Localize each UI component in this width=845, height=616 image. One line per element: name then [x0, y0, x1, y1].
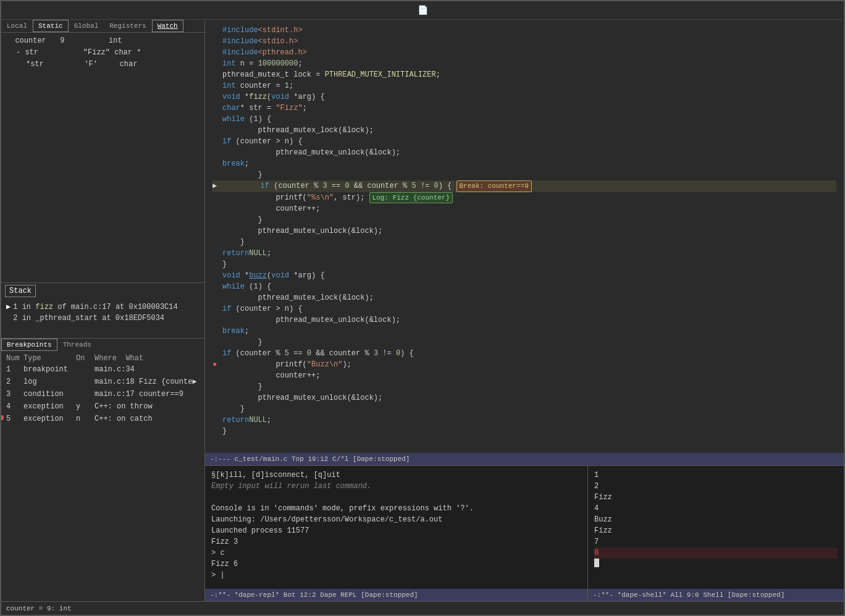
bp-indicator-dot	[1, 415, 4, 420]
tab-local[interactable]: Local	[1, 20, 33, 32]
var-value-str: "Fizz"	[65, 48, 110, 58]
var-name-str-ptr: *str	[26, 59, 75, 70]
bp-type-3: condition	[23, 389, 76, 400]
bp-type-1: breakpoint	[23, 364, 76, 375]
code-line: }	[212, 169, 836, 180]
number: NULL	[249, 248, 267, 259]
code-line: pthread_mutex_unlock(&lock);	[212, 147, 836, 158]
var-value-str-ptr: 'F'	[75, 59, 106, 70]
var-name-counter: counter	[6, 36, 56, 46]
log-badge: Log: Fizz {counter}	[369, 192, 453, 204]
number: 0	[396, 348, 400, 359]
include-str: <pthread.h>	[258, 47, 307, 58]
code-line: return NULL;	[212, 415, 836, 426]
keyword: if	[222, 303, 231, 314]
bp-on-4: y	[76, 401, 95, 412]
console-line-fizz6: Fizz 6	[211, 559, 581, 570]
bp-where-4: C++: on throw	[95, 401, 200, 412]
bp-num-5: 5	[6, 413, 23, 424]
bp-type-5: exception	[23, 413, 76, 424]
console-panel: §[k]ill, [d]isconnect, [q]uit Empty inpu…	[205, 466, 588, 601]
bp-row-4: 4 exception y C++: on throw	[6, 400, 200, 413]
stack-row-2: ▶ 2 in _pthread_start at 0x18EDF5034	[6, 313, 200, 324]
console-line-blank	[211, 492, 581, 503]
output-line-8: 8	[594, 547, 838, 559]
macro: PTHREAD_MUTEX_INITIALIZER	[325, 69, 436, 80]
bp-on-2	[76, 376, 95, 387]
console-content[interactable]: §[k]ill, [d]isconnect, [q]uit Empty inpu…	[205, 466, 587, 589]
code-if-condition: if (counter % 3 == 0 && counter % 5 != 0…	[225, 180, 456, 192]
stack-text-1: 1 in fizz of main.c:17 at 0x100003C14	[13, 302, 177, 313]
tab-threads[interactable]: Threads	[57, 339, 97, 351]
breakpoints-table: Num Type On Where What 1 breakpoint main…	[1, 351, 204, 428]
number: 3	[374, 348, 378, 359]
include-str: <stdint.h>	[258, 25, 303, 36]
var-row-str-ptr: *str 'F' char	[6, 59, 200, 70]
bp-on-3	[76, 389, 95, 400]
tab-registers[interactable]: Registers	[104, 20, 151, 32]
left-panel: Local Static Global Registers Watch coun…	[1, 20, 205, 601]
bp-where-1: main.c:34	[95, 364, 200, 375]
code-line: break;	[212, 158, 836, 169]
output-line-7: 7	[594, 536, 838, 547]
code-statusbar-text: -:--- c_test/main.c Top 19:12 C/*l [Dape…	[210, 455, 410, 463]
buzz-func-name: buzz	[249, 270, 267, 281]
code-line: void *buzz(void *arg) {	[212, 270, 836, 281]
var-type-str-ptr: char	[106, 59, 137, 70]
code-line: pthread_mutex_t lock = PTHREAD_MUTEX_INI…	[212, 69, 836, 80]
console-line-prompt: > |	[211, 570, 581, 581]
code-line: }	[212, 214, 836, 226]
output-statusbar-text: -:**- *dape-shell* All 9:0 Shell [Dape:s…	[593, 591, 784, 599]
code-line: pthread_mutex_lock(&lock);	[212, 292, 836, 303]
bp-row-5: 5 exception n C++: on catch	[6, 413, 200, 425]
keyword: break	[222, 326, 245, 337]
variables-section: Local Static Global Registers Watch coun…	[1, 20, 204, 283]
var-name-str: - str	[16, 48, 65, 58]
code-line: }	[212, 259, 836, 270]
bp-col-num: Num	[6, 354, 23, 363]
keyword: char	[222, 103, 240, 114]
output-line-2: 2	[594, 481, 838, 492]
output-line-cursor	[594, 559, 599, 567]
code-line: }	[212, 337, 836, 348]
keyword: if	[222, 136, 231, 147]
code-line: counter++;	[212, 203, 836, 214]
tab-static[interactable]: Static	[33, 20, 69, 32]
tab-breakpoints[interactable]: Breakpoints	[1, 339, 57, 351]
string-lit: "Fizz"	[275, 103, 302, 114]
code-line: }	[212, 237, 836, 248]
keyword: #include	[222, 47, 258, 58]
breakpoints-section: Breakpoints Threads Num Type On Where Wh…	[1, 339, 204, 601]
number: 5	[285, 348, 289, 359]
output-line-buzz: Buzz	[594, 514, 838, 525]
code-line: char* str = "Fizz";	[212, 103, 836, 114]
stack-header: Stack	[5, 285, 36, 297]
stack-text-2: 2 in _pthread_start at 0x18EDF5034	[13, 313, 164, 324]
keyword: int	[222, 58, 236, 69]
code-line: break;	[212, 326, 836, 337]
keyword: void	[222, 91, 240, 103]
console-line-fizz3: Fizz 3	[211, 536, 581, 547]
tab-watch[interactable]: Watch	[152, 20, 183, 32]
bp-on-5: n	[76, 413, 95, 424]
code-line: int n = 100000000;	[212, 58, 836, 69]
console-line-cmd-c: > c	[211, 547, 581, 559]
bp-row-1: 1 breakpoint main.c:34	[6, 363, 200, 376]
tab-global[interactable]: Global	[69, 20, 104, 32]
bp-type-2: log	[23, 376, 76, 387]
bp-num-3: 3	[6, 389, 23, 400]
code-status-bar: -:--- c_test/main.c Top 19:12 C/*l [Dape…	[205, 453, 844, 465]
line-marker: ●	[212, 359, 222, 370]
code-line: #include <stdio.h>	[212, 36, 836, 47]
main-content: Local Static Global Registers Watch coun…	[1, 20, 844, 601]
bp-where-3: main.c:17 counter==9	[95, 389, 200, 400]
code-area[interactable]: #include <stdint.h> #include <stdio.h> #…	[205, 20, 844, 453]
keyword: return	[222, 248, 249, 259]
bp-where-2: main.c:18 Fizz {counte▶	[95, 376, 200, 387]
code-line: while (1) {	[212, 281, 836, 292]
number: NULL	[249, 415, 267, 426]
output-content[interactable]: 1 2 Fizz 4 Buzz Fizz 7 8	[588, 466, 844, 589]
bp-where-5: C++: on catch	[95, 413, 200, 424]
output-status-bar: -:**- *dape-shell* All 9:0 Shell [Dape:s…	[588, 589, 844, 601]
bottom-status-text: counter = 9: int	[6, 605, 72, 612]
